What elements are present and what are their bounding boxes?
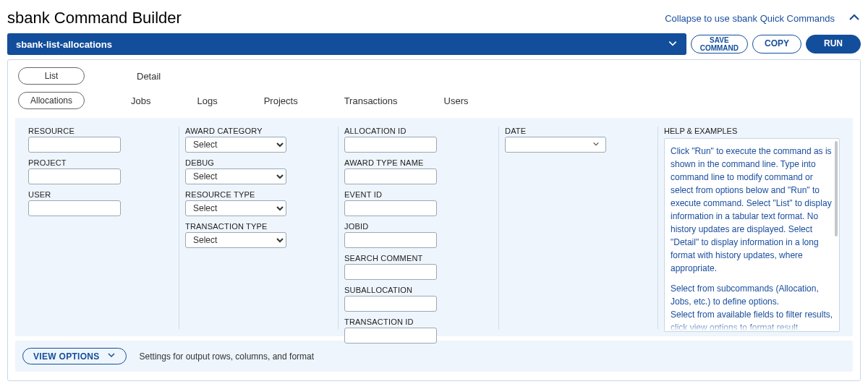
search-comment-input[interactable] <box>344 264 437 280</box>
copy-button[interactable]: COPY <box>752 35 801 54</box>
tab-transactions[interactable]: Transactions <box>344 95 398 106</box>
tab-logs[interactable]: Logs <box>197 95 217 106</box>
scrollbar[interactable] <box>835 141 838 236</box>
tab-users[interactable]: Users <box>444 95 469 106</box>
project-label: PROJECT <box>28 158 173 167</box>
suballocation-label: SUBALLOCATION <box>344 286 493 294</box>
transaction-type-select[interactable]: Select <box>185 232 286 248</box>
user-input[interactable] <box>28 200 121 216</box>
transaction-id-label: TRANSACTION ID <box>344 317 493 326</box>
date-input[interactable] <box>505 137 606 153</box>
search-comment-label: SEARCH COMMENT <box>344 254 493 263</box>
resource-input[interactable] <box>28 137 121 153</box>
view-options-label: VIEW OPTIONS <box>33 351 100 362</box>
tab-projects[interactable]: Projects <box>264 95 298 106</box>
allocation-id-input[interactable] <box>344 137 437 153</box>
help-box[interactable]: Click "Run" to execute the command as is… <box>664 138 840 332</box>
chevron-up-icon <box>848 11 861 26</box>
help-title: HELP & EXAMPLES <box>664 127 840 135</box>
chevron-down-icon <box>668 38 678 51</box>
resource-type-select[interactable]: Select <box>185 200 286 216</box>
tab-list[interactable]: List <box>18 67 85 85</box>
award-category-select[interactable]: Select <box>185 137 286 153</box>
chevron-down-icon <box>107 351 116 362</box>
view-options-button[interactable]: VIEW OPTIONS <box>22 348 127 364</box>
event-id-label: EVENT ID <box>344 190 493 199</box>
builder-panel: List Detail Allocations Jobs Logs Projec… <box>7 59 861 381</box>
resource-type-label: RESOURCE TYPE <box>185 190 332 199</box>
jobid-label: JOBID <box>344 222 493 231</box>
award-type-name-input[interactable] <box>344 168 437 184</box>
debug-label: DEBUG <box>185 158 332 167</box>
tab-detail[interactable]: Detail <box>137 71 161 82</box>
page-title: sbank Command Builder <box>7 9 182 27</box>
tab-allocations[interactable]: Allocations <box>18 92 85 109</box>
date-label: DATE <box>505 127 652 135</box>
form-area: RESOURCE PROJECT USER AWARD CATEGORY Sel… <box>15 118 853 336</box>
chevron-down-icon <box>592 140 600 150</box>
command-line-bar[interactable]: sbank-list-allocations <box>7 33 686 55</box>
event-id-input[interactable] <box>344 200 437 216</box>
transaction-id-input[interactable] <box>344 328 437 344</box>
user-label: USER <box>28 190 173 199</box>
suballocation-input[interactable] <box>344 296 437 312</box>
resource-label: RESOURCE <box>28 127 173 135</box>
allocation-id-label: ALLOCATION ID <box>344 127 493 135</box>
award-type-name-label: AWARD TYPE NAME <box>344 158 493 167</box>
jobid-input[interactable] <box>344 232 437 248</box>
footer-text: Settings for output rows, columns, and f… <box>140 351 314 362</box>
tab-jobs[interactable]: Jobs <box>131 95 150 106</box>
project-input[interactable] <box>28 168 121 184</box>
collapse-toggle[interactable]: Collapse to use sbank Quick Commands <box>665 11 861 26</box>
run-button[interactable]: RUN <box>806 35 861 54</box>
collapse-label: Collapse to use sbank Quick Commands <box>665 13 835 24</box>
transaction-type-label: TRANSACTION TYPE <box>185 222 332 231</box>
help-p1: Click "Run" to execute the command as is… <box>671 145 833 275</box>
award-category-label: AWARD CATEGORY <box>185 127 332 135</box>
save-command-button[interactable]: SAVE COMMAND <box>691 35 748 54</box>
debug-select[interactable]: Select <box>185 168 286 184</box>
command-text: sbank-list-allocations <box>16 39 112 50</box>
